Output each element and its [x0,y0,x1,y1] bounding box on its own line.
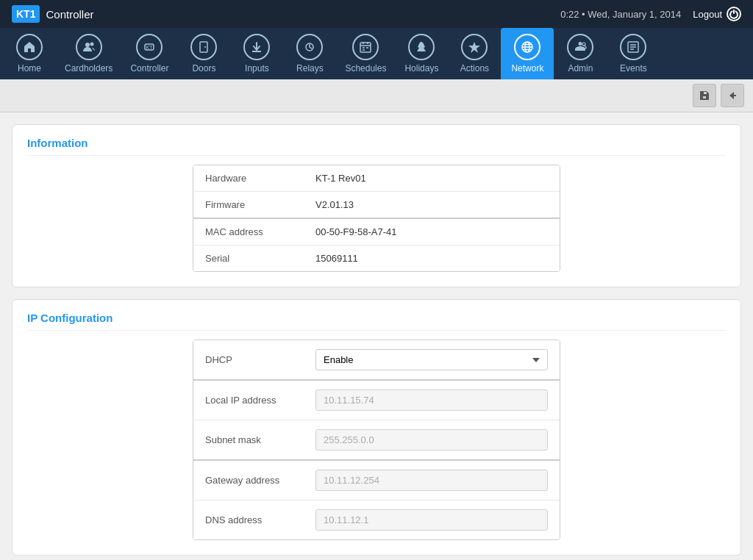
ip-configuration-card: IP Configuration DHCP Enable Disable Loc… [12,299,741,556]
nav-label-home: Home [18,63,41,73]
local-ip-label: Local IP address [205,395,315,406]
main-nav: Home Cardholders KT Controller [0,28,753,79]
nav-item-relays[interactable]: Relays [283,28,336,79]
nav-item-doors[interactable]: Doors [177,28,230,79]
local-ip-control [315,390,548,411]
doors-icon [190,34,217,60]
nav-item-controller[interactable]: KT Controller [121,28,177,79]
svg-rect-4 [200,42,207,52]
nav-item-inputs[interactable]: Inputs [230,28,283,79]
info-row-hardware: Hardware KT-1 Rev01 [193,165,560,191]
svg-marker-15 [468,42,480,53]
subnet-label: Subnet mask [205,434,315,445]
events-icon [620,34,646,60]
svg-rect-8 [360,43,371,52]
info-row-serial: Serial 15069111 [193,245,560,271]
serial-value: 15069111 [315,253,358,264]
nav-item-network[interactable]: Network [501,28,554,79]
subnet-control [315,429,548,450]
svg-point-21 [582,43,585,46]
nav-label-relays: Relays [296,63,324,73]
dhcp-label: DHCP [205,354,315,365]
nav-item-actions[interactable]: Actions [448,28,501,79]
ip-config-title: IP Configuration [27,312,726,331]
controller-icon: KT [136,34,163,60]
nav-item-admin[interactable]: Admin [554,28,607,79]
schedules-icon [352,34,379,60]
nav-item-events[interactable]: Events [607,28,660,79]
nav-label-schedules: Schedules [345,63,386,73]
subnet-input[interactable] [315,429,548,450]
app-title: Controller [46,8,93,21]
nav-label-network: Network [511,63,543,73]
home-icon [16,34,43,60]
ip-row-dns: DNS address [193,500,560,539]
nav-item-cardholders[interactable]: Cardholders [56,28,121,79]
save-button[interactable] [693,84,716,107]
ip-row-subnet: Subnet mask [193,420,560,459]
nav-label-actions: Actions [460,63,489,73]
information-card: Information Hardware KT-1 Rev01 Firmware… [12,124,741,287]
datetime: 0:22 • Wed, January 1, 2014 [560,9,681,20]
svg-point-5 [204,46,206,48]
information-title: Information [27,137,726,156]
logout-button[interactable]: Logout [693,7,741,21]
svg-text:KT: KT [146,45,154,50]
nav-label-events: Events [620,63,647,73]
dns-input[interactable] [315,509,548,531]
holidays-icon [408,34,435,60]
nav-label-holidays: Holidays [404,63,438,73]
admin-icon [567,34,593,60]
serial-label: Serial [205,253,315,264]
back-button[interactable] [721,84,744,107]
nav-label-doors: Doors [192,63,215,73]
logo-box: KT1 [12,5,40,23]
network-icon [514,34,540,60]
ip-row-dhcp: DHCP Enable Disable [193,340,560,379]
svg-point-1 [90,43,93,46]
nav-label-controller: Controller [130,63,168,73]
ip-config-form: DHCP Enable Disable Local IP address Sub… [193,340,560,540]
power-icon [727,7,741,21]
dns-label: DNS address [205,514,315,525]
svg-point-0 [85,43,90,47]
dhcp-control[interactable]: Enable Disable [315,349,548,370]
nav-item-home[interactable]: Home [3,28,56,79]
local-ip-input[interactable] [315,390,548,411]
hardware-label: Hardware [205,173,315,184]
dns-control [315,509,548,531]
mac-label: MAC address [205,226,315,237]
logo-area: KT1 Controller [12,5,93,23]
nav-label-inputs: Inputs [245,63,269,73]
ip-row-gateway: Gateway address [193,459,560,500]
nav-label-admin: Admin [568,63,593,73]
gateway-label: Gateway address [205,475,315,486]
toolbar [0,79,753,112]
dhcp-select[interactable]: Enable Disable [315,349,548,370]
ip-row-local-ip: Local IP address [193,379,560,420]
inputs-icon [243,34,270,60]
nav-item-schedules[interactable]: Schedules [336,28,395,79]
logout-label: Logout [693,9,722,20]
info-row-firmware: Firmware V2.01.13 [193,191,560,218]
header-right: 0:22 • Wed, January 1, 2014 Logout [560,7,741,21]
relays-icon [296,34,323,60]
firmware-value: V2.01.13 [315,199,354,210]
hardware-value: KT-1 Rev01 [315,173,366,184]
nav-item-holidays[interactable]: Holidays [395,28,448,79]
information-table: Hardware KT-1 Rev01 Firmware V2.01.13 MA… [193,165,560,272]
nav-label-cardholders: Cardholders [65,63,113,73]
mac-value: 00-50-F9-58-A7-41 [315,226,397,237]
firmware-label: Firmware [205,199,315,210]
gateway-control [315,470,548,491]
cardholders-icon [76,34,102,60]
actions-icon [461,34,488,60]
gateway-input[interactable] [315,470,548,491]
main-content: Information Hardware KT-1 Rev01 Firmware… [0,112,753,560]
info-row-mac: MAC address 00-50-F9-58-A7-41 [193,218,560,245]
header: KT1 Controller 0:22 • Wed, January 1, 20… [0,0,753,28]
